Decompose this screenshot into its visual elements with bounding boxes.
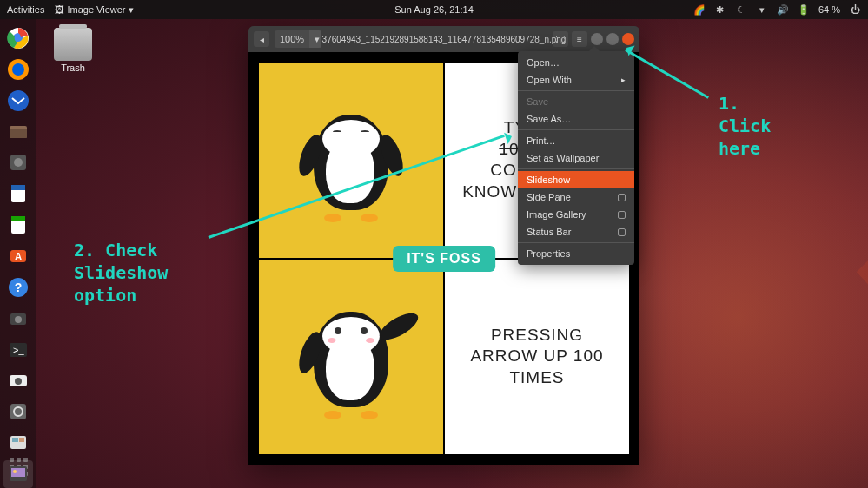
ubuntu-dock: A ? >_ [0,19,36,488]
trash-desktop-icon[interactable]: Trash [54,28,92,73]
svg-rect-27 [19,438,24,442]
window-title: 37604943_1152192891588143_11647781354896… [322,35,567,44]
checkbox-icon [618,194,626,201]
dock-cheese[interactable] [3,366,33,394]
menu-properties[interactable]: Properties [518,245,634,262]
meme-cell-bottom-right: PRESSINGARROW UP 100TIMES [445,260,629,455]
submenu-arrow-icon: ▸ [621,76,626,84]
hamburger-menu-popup: Open… Open With▸ Save Save As… Print… Se… [518,51,634,265]
hamburger-menu-button[interactable]: ≡ [572,31,587,47]
prev-button[interactable]: ◂ [254,31,269,47]
svg-point-18 [15,316,22,323]
menu-image-gallery[interactable]: Image Gallery [518,206,634,223]
meme-cell-top-left [259,63,443,258]
battery-icon[interactable]: 🔋 [798,3,810,16]
dock-writer[interactable] [3,180,33,208]
dock-photos[interactable] [3,429,33,457]
zoom-selector[interactable]: 100%▾ [275,30,321,48]
chevron-down-icon: ▾ [309,30,321,48]
dock-chrome[interactable] [3,24,33,52]
dock-files[interactable] [3,118,33,146]
window-titlebar[interactable]: ◂ 100%▾ 37604943_1152192891588143_116477… [248,26,639,52]
dock-thunderbird[interactable] [3,87,33,115]
dock-rhythmbox[interactable] [3,148,33,176]
minimize-button[interactable] [591,33,603,45]
svg-rect-12 [11,216,25,221]
checkbox-icon [618,211,626,219]
dock-image-viewer[interactable] [3,460,33,488]
menu-open-with[interactable]: Open With▸ [518,71,634,89]
volume-icon[interactable]: 🔊 [777,3,789,16]
svg-rect-10 [11,185,25,190]
trash-icon [54,28,92,61]
svg-text:A: A [15,251,23,263]
night-icon[interactable]: ☾ [735,3,747,16]
dock-settings[interactable] [3,398,33,425]
svg-text:?: ? [15,280,23,294]
chrome-icon[interactable]: 🌈 [693,3,706,16]
dock-screenshot[interactable] [3,305,33,333]
app-menu[interactable]: 🖼 Image Viewer ▾ [55,4,133,16]
svg-text:>_: >_ [13,345,24,355]
menu-wallpaper[interactable]: Set as Wallpaper [518,149,634,167]
dock-terminal[interactable]: >_ [3,336,33,364]
svg-point-4 [8,90,29,111]
checkbox-on-icon [618,176,626,184]
svg-point-8 [14,158,23,167]
menu-status-bar[interactable]: Status Bar [518,223,634,241]
svg-rect-23 [10,404,26,419]
menu-side-pane[interactable]: Side Pane [518,188,634,206]
trash-label: Trash [54,63,92,73]
menu-save: Save [518,93,634,110]
menu-print[interactable]: Print… [518,132,634,149]
maximize-button[interactable] [606,33,619,45]
power-icon[interactable]: ⏻ [849,3,861,16]
svg-point-30 [13,470,17,473]
watermark-badge: IT'S FOSS [393,246,495,272]
menu-open[interactable]: Open… [518,54,634,71]
menu-slideshow[interactable]: Slideshow [518,171,634,188]
annotation-step1: 1. Click here [719,92,771,160]
activities-button[interactable]: Activities [7,4,44,15]
battery-percent: 64 % [818,4,840,15]
puzzle-icon[interactable]: ✱ [714,3,726,16]
annotation-step2: 2. Check Slideshow option [74,239,168,307]
svg-point-3 [12,63,24,76]
checkbox-icon [618,228,626,236]
dock-help[interactable]: ? [3,274,33,301]
gnome-topbar: Activities 🖼 Image Viewer ▾ Sun Aug 26, … [0,0,868,19]
dock-calc[interactable] [3,211,33,239]
svg-rect-6 [10,129,27,138]
meme-cell-bottom-left [259,260,443,455]
dock-firefox[interactable] [3,56,33,83]
network-icon[interactable]: ▾ [756,3,768,16]
svg-rect-26 [12,438,18,442]
svg-point-22 [15,378,22,385]
menu-save-as[interactable]: Save As… [518,110,634,128]
clock[interactable]: Sun Aug 26, 21:14 [394,4,474,15]
dock-software[interactable]: A [3,242,33,270]
